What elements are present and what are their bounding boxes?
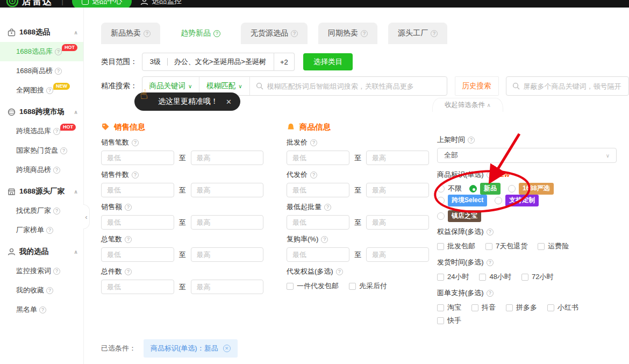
total-orders-min-input[interactable] (101, 247, 174, 262)
checkbox-shipping-insurance[interactable]: 运费险 (538, 240, 569, 253)
exclude-keywords-input[interactable] (524, 82, 623, 90)
sidebar-item-1688-rank[interactable]: 1688商品榜 (0, 61, 83, 81)
help-icon[interactable] (46, 87, 53, 94)
sidebar-item-find-factory[interactable]: 找优质厂家 (0, 201, 83, 220)
sales-orders-min-input[interactable] (101, 151, 174, 165)
help-icon[interactable] (213, 30, 220, 37)
radio-tag-store-treasure[interactable]: 镇店之宝 (437, 210, 481, 222)
sales-amount-min-input[interactable] (101, 215, 174, 230)
nav-selection-monitor[interactable]: 选品监控 (140, 0, 182, 6)
tab-trend-new[interactable]: 趋势新品 (171, 23, 230, 44)
min-order-qty-max-input[interactable] (366, 215, 429, 230)
sidebar-item-crossborder-rank[interactable]: 跨境商品榜 (0, 160, 83, 180)
help-icon[interactable] (324, 204, 331, 211)
help-icon[interactable] (125, 236, 132, 243)
repurchase-rate-max-input[interactable] (366, 247, 429, 262)
checkbox-7day-return[interactable]: 7天包退货 (485, 240, 527, 253)
help-icon[interactable] (55, 68, 62, 75)
help-icon[interactable] (53, 208, 60, 215)
radio-tag-1688-select[interactable]: 1688严选 (508, 183, 554, 195)
help-icon[interactable] (361, 30, 368, 37)
checkbox-buy-first-pay-later[interactable]: 先采后付 (349, 280, 387, 292)
history-search-button[interactable]: 历史搜索 (455, 76, 499, 96)
choose-category-button[interactable]: 选择类目 (303, 53, 353, 70)
help-icon[interactable] (53, 167, 60, 174)
checkbox-taobao[interactable]: 淘宝 (437, 301, 461, 314)
sidebar-group-header-1688-selection[interactable]: 1688选品 (0, 23, 83, 42)
wholesale-price-max-input[interactable] (366, 151, 429, 165)
help-icon[interactable] (53, 128, 60, 135)
min-order-qty-min-input[interactable] (287, 215, 349, 230)
sidebar-item-monitor-keywords[interactable]: 监控搜索词 (0, 261, 83, 281)
sales-units-max-input[interactable] (191, 183, 264, 197)
sidebar-group-header-my-selection[interactable]: 我的选品 (0, 242, 83, 261)
wholesale-price-min-input[interactable] (287, 151, 349, 165)
checkbox-72h[interactable]: 72小时 (521, 270, 553, 283)
help-icon[interactable] (487, 172, 494, 179)
help-icon[interactable] (321, 236, 328, 243)
help-icon[interactable] (310, 172, 317, 179)
sidebar-group-header-crossborder[interactable]: 1688跨境市场 (0, 102, 83, 122)
help-icon[interactable] (431, 30, 438, 37)
help-icon[interactable] (60, 147, 67, 154)
keyword-search-input[interactable] (267, 82, 441, 90)
help-icon[interactable] (310, 139, 317, 146)
checkbox-pinduoduo[interactable]: 拼多多 (506, 301, 537, 314)
tab-new-hot-sale[interactable]: 新品热卖 (101, 23, 160, 44)
total-orders-max-input[interactable] (191, 247, 264, 262)
help-icon[interactable] (46, 227, 53, 234)
sidebar-collapse-handle[interactable]: ‹ (83, 204, 90, 229)
remove-condition-icon[interactable] (223, 345, 231, 352)
help-icon[interactable] (487, 290, 494, 297)
total-units-max-input[interactable] (191, 280, 264, 294)
dropship-price-min-input[interactable] (287, 183, 349, 197)
collapse-filters-button[interactable]: 收起筛选条件 (432, 98, 503, 112)
checkbox-xiaohongshu[interactable]: 小红书 (547, 301, 578, 314)
nav-selection-center[interactable]: 选品中心 (72, 0, 132, 8)
sidebar-item-country-goods[interactable]: 国家热门货盘 (0, 141, 83, 160)
category-value-box[interactable]: 3级 办公、文化>圣诞用品>圣诞树 (142, 53, 274, 71)
help-icon[interactable] (39, 306, 46, 313)
shelf-time-select[interactable]: 全部 (437, 148, 617, 163)
sidebar-item-my-favorites[interactable]: 我的收藏 (0, 281, 83, 300)
sales-amount-max-input[interactable] (191, 215, 264, 230)
radio-tag-new-product[interactable]: 新品 (469, 183, 501, 195)
repurchase-rate-min-input[interactable] (287, 247, 349, 262)
help-icon[interactable] (46, 287, 53, 294)
checkbox-kuaishou[interactable]: 快手 (437, 314, 461, 327)
radio-tag-none[interactable]: 不限 (437, 183, 462, 195)
help-icon[interactable] (468, 137, 475, 144)
help-icon[interactable] (487, 259, 494, 266)
close-icon[interactable] (226, 98, 232, 106)
help-icon[interactable] (125, 204, 132, 211)
tab-no-source[interactable]: 无货源选品 (241, 23, 308, 44)
sidebar-item-crossborder-pool[interactable]: 跨境选品库 HOT (0, 122, 83, 141)
checkbox-wholesale-free-shipping[interactable]: 批发包邮 (437, 240, 475, 253)
radio-tag-crossborder-select[interactable]: 跨境Select (437, 195, 487, 206)
sidebar-item-factory-rank[interactable]: 厂家榜单 (0, 220, 83, 240)
help-icon[interactable] (125, 268, 132, 275)
checkbox-48h[interactable]: 48小时 (479, 270, 511, 283)
checkbox-dropship-free-shipping[interactable]: 一件代发包邮 (287, 280, 339, 292)
help-icon[interactable] (336, 268, 343, 275)
help-icon[interactable] (144, 30, 151, 37)
sidebar-item-1688-pool[interactable]: 1688选品库 HOT (0, 42, 83, 61)
checkbox-24h[interactable]: 24小时 (437, 270, 469, 283)
help-icon[interactable] (53, 268, 60, 275)
help-icon[interactable] (132, 172, 139, 179)
help-icon[interactable] (487, 229, 494, 235)
sales-units-min-input[interactable] (101, 183, 174, 197)
help-icon[interactable] (291, 30, 298, 37)
tab-same-period[interactable]: 同期热卖 (318, 23, 377, 44)
sidebar-group-header-factory[interactable]: 1688源头厂家 (0, 182, 83, 201)
category-more-count[interactable]: +2 (274, 53, 295, 71)
sales-orders-max-input[interactable] (191, 151, 264, 165)
help-icon[interactable] (132, 139, 139, 146)
total-units-min-input[interactable] (101, 280, 174, 294)
radio-tag-customizable[interactable]: 支持定制 (495, 195, 539, 206)
sidebar-item-blacklist[interactable]: 黑名单 (0, 300, 83, 319)
checkbox-douyin[interactable]: 抖音 (471, 301, 496, 314)
dropship-price-max-input[interactable] (366, 183, 429, 197)
tab-source-factory[interactable]: 源头工厂 (388, 23, 447, 44)
help-icon[interactable] (55, 48, 62, 55)
